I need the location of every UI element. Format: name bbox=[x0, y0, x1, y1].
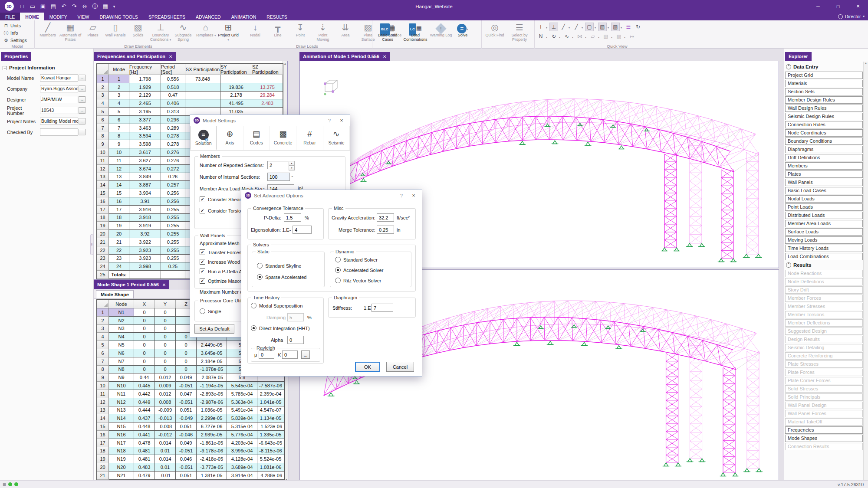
close-icon[interactable]: ✕ bbox=[383, 54, 386, 59]
browse-dots-button[interactable]: ... bbox=[79, 75, 85, 81]
cell[interactable]: 1.041e-05 bbox=[257, 398, 284, 406]
refresh-view-icon[interactable]: ↻ bbox=[634, 23, 642, 31]
stop-circle-icon[interactable]: ⊖ bbox=[81, 3, 89, 10]
rotate-view-icon[interactable]: ↻▾ bbox=[549, 32, 558, 41]
settings-tab-seismic[interactable]: ∿Seismic bbox=[323, 126, 350, 150]
cell[interactable]: -9.178e-06 bbox=[197, 447, 227, 455]
basic-load-cases-button[interactable]: BLC▦ Basic Load Cases bbox=[374, 21, 401, 42]
qat-dropdown-icon[interactable]: ▾ bbox=[112, 4, 116, 9]
close-icon[interactable]: ✕ bbox=[162, 282, 166, 287]
properties-panel-tab[interactable]: Properties bbox=[1, 52, 31, 61]
cell-frequency[interactable] bbox=[129, 271, 161, 279]
explorer-item-surface-loads[interactable]: Surface Loads bbox=[785, 228, 863, 236]
cell[interactable]: 5.491e-04 bbox=[227, 406, 257, 415]
select-all-corner[interactable] bbox=[97, 64, 109, 75]
redo-icon[interactable]: ↷ bbox=[70, 3, 78, 10]
cell[interactable]: 0 bbox=[134, 349, 155, 357]
cell[interactable]: -3.773e-05 bbox=[197, 463, 227, 472]
solve-button[interactable]: =▾ Solve bbox=[452, 21, 473, 37]
chevron-up-circle-icon[interactable]: ⌃ bbox=[786, 262, 791, 268]
property-value[interactable]: Ryan-Biggs Associat bbox=[40, 85, 78, 92]
open-file-icon[interactable]: ▭ bbox=[29, 3, 36, 10]
cell[interactable]: -0.008 bbox=[155, 422, 176, 431]
explorer-item-time-history-loads[interactable]: Time History Loads bbox=[785, 245, 863, 252]
browse-dots-button[interactable]: ... bbox=[79, 118, 85, 124]
cell-period[interactable]: 0.255 bbox=[161, 238, 185, 246]
cell[interactable]: 5.315e-04 bbox=[227, 422, 257, 431]
column-header[interactable]: Y bbox=[155, 300, 176, 308]
cell[interactable]: 0.442 bbox=[134, 390, 155, 398]
cell-mode[interactable]: 24 bbox=[109, 262, 129, 271]
cell[interactable]: 0.012 bbox=[155, 390, 176, 398]
row-header[interactable]: 4 bbox=[97, 333, 109, 341]
ribbon-tab-advanced[interactable]: ADVANCED bbox=[191, 13, 226, 20]
cell-mode[interactable]: 18 bbox=[109, 214, 129, 222]
row-header[interactable]: 8 bbox=[97, 132, 109, 141]
explorer-item-materials[interactable]: Materials bbox=[785, 80, 863, 87]
cell[interactable]: -1.194e-05 bbox=[197, 382, 227, 390]
cell[interactable]: 0.047 bbox=[176, 390, 197, 398]
cell-frequency[interactable]: 3.923 bbox=[129, 246, 161, 255]
cell-mode[interactable]: 3 bbox=[109, 92, 129, 100]
cell[interactable]: 3.914e-04 bbox=[227, 472, 257, 480]
print-icon[interactable]: ▤ bbox=[49, 3, 57, 10]
cell[interactable]: 0 bbox=[176, 357, 197, 366]
cell-frequency[interactable]: 3.849 bbox=[129, 173, 161, 181]
cell[interactable]: -1.078e-05 bbox=[197, 366, 227, 374]
cell[interactable]: N2 bbox=[109, 317, 134, 325]
cell[interactable]: 0 bbox=[155, 357, 176, 366]
explorer-item-drift-definitions[interactable]: Drift Definitions bbox=[785, 154, 863, 161]
cell-frequency[interactable]: 3.195 bbox=[129, 108, 161, 116]
column-header[interactable]: Frequency [Hz] bbox=[129, 64, 161, 75]
row-header[interactable]: 8 bbox=[97, 366, 109, 374]
cell[interactable]: -0.051 bbox=[176, 463, 197, 472]
row-header[interactable]: 11 bbox=[97, 390, 109, 398]
row-header[interactable]: 15 bbox=[97, 422, 109, 431]
row-header[interactable]: 2 bbox=[97, 317, 109, 325]
reported-sections-spinner[interactable]: ▲▼ bbox=[289, 161, 295, 169]
explorer-section-header[interactable]: ⌃Data Entry bbox=[786, 63, 863, 71]
cell[interactable]: 4.203e-04 bbox=[227, 439, 257, 447]
cell[interactable]: N7 bbox=[109, 357, 134, 366]
cell-sy[interactable]: 2.178 bbox=[220, 92, 252, 100]
optimize-masonry-checkbox[interactable]: ✓Optimize Masonry bbox=[200, 278, 247, 284]
column-header[interactable]: Node bbox=[109, 300, 134, 308]
cell[interactable]: N12 bbox=[109, 398, 134, 406]
explorer-item-mode-shapes[interactable]: Mode Shapes bbox=[785, 435, 863, 442]
cell[interactable]: 2.299e-05 bbox=[197, 414, 227, 422]
cell[interactable]: -2.893e-05 bbox=[197, 390, 227, 398]
cell-frequency[interactable]: 3.916 bbox=[129, 206, 161, 214]
column-header[interactable]: X bbox=[134, 300, 155, 308]
cell[interactable]: -2.087e-05 bbox=[197, 373, 227, 382]
cell-sy[interactable]: 41.495 bbox=[220, 99, 252, 108]
ribbon-tab-animation[interactable]: ANIMATION bbox=[226, 13, 262, 20]
cell-frequency[interactable]: 3.91 bbox=[129, 197, 161, 206]
cell[interactable]: 1.335e-05 bbox=[257, 431, 284, 439]
cell[interactable]: 0.44 bbox=[134, 373, 155, 382]
cell-period[interactable]: 0.556 bbox=[161, 75, 185, 83]
cell[interactable]: N6 bbox=[109, 349, 134, 357]
plate-render-icon[interactable]: ▱▾ bbox=[589, 32, 597, 41]
cell[interactable]: N15 bbox=[109, 422, 134, 431]
cell[interactable]: 0 bbox=[134, 317, 155, 325]
row-header[interactable]: 18 bbox=[97, 447, 109, 455]
explorer-item-plates[interactable]: Plates bbox=[785, 170, 863, 178]
cell[interactable]: 0.481 bbox=[134, 447, 155, 455]
row-header[interactable]: 6 bbox=[97, 116, 109, 124]
explorer-item-seismic-design-rules[interactable]: Seismic Design Rules bbox=[785, 113, 863, 120]
cell[interactable]: 0 bbox=[134, 341, 155, 349]
cell-sx[interactable] bbox=[185, 83, 220, 92]
cell-frequency[interactable]: 2.465 bbox=[129, 99, 161, 108]
cell-mode[interactable]: 11 bbox=[109, 157, 129, 165]
explorer-section-header[interactable]: ⌃Results bbox=[786, 261, 863, 269]
cell[interactable]: -0.046 bbox=[176, 431, 197, 439]
user-area[interactable]: Director ▾ bbox=[838, 13, 865, 20]
cell[interactable]: -0.051 bbox=[176, 447, 197, 455]
cell[interactable]: N19 bbox=[109, 455, 134, 463]
cell[interactable]: 0.049 bbox=[176, 439, 197, 447]
settings-tab-codes[interactable]: ▤Codes bbox=[243, 126, 270, 150]
cell-period[interactable]: 0.255 bbox=[161, 246, 185, 255]
gravity-input[interactable] bbox=[377, 213, 394, 222]
pdelta-input[interactable] bbox=[284, 213, 301, 222]
cell[interactable]: 0 bbox=[176, 349, 197, 357]
